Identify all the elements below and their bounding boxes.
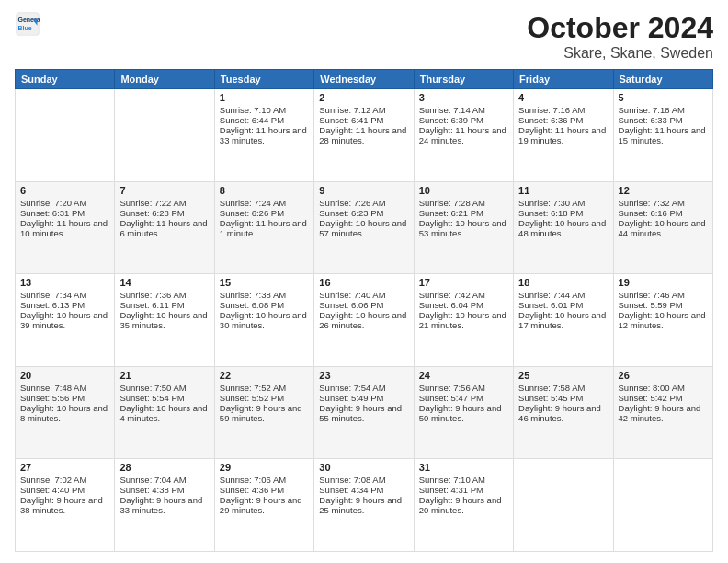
cell-1-1: 7 Sunrise: 7:22 AM Sunset: 6:28 PM Dayli… [115,181,214,274]
sunset-text: Sunset: 5:59 PM [619,300,683,310]
cell-3-1: 21 Sunrise: 7:50 AM Sunset: 5:54 PM Dayl… [115,366,214,459]
cell-0-5: 4 Sunrise: 7:16 AM Sunset: 6:36 PM Dayli… [514,89,613,182]
daylight-text: Daylight: 9 hours and 46 minutes. [518,403,601,423]
cell-2-4: 17 Sunrise: 7:42 AM Sunset: 6:04 PM Dayl… [414,274,513,367]
cell-2-3: 16 Sunrise: 7:40 AM Sunset: 6:06 PM Dayl… [314,274,414,367]
sunset-text: Sunset: 4:38 PM [119,485,184,495]
sunrise-text: Sunrise: 7:42 AM [419,290,485,300]
cell-4-6 [613,459,712,552]
sunrise-text: Sunrise: 7:06 AM [220,475,286,485]
main-title: October 2024 [527,11,713,45]
sunrise-text: Sunrise: 7:48 AM [20,383,86,393]
cell-4-2: 29 Sunrise: 7:06 AM Sunset: 4:36 PM Dayl… [214,459,313,552]
day-number: 21 [119,370,209,381]
day-number: 2 [319,92,408,103]
day-number: 16 [319,277,408,288]
page: General Blue October 2024 Skare, Skane, … [0,0,728,563]
sunrise-text: Sunrise: 7:58 AM [518,383,585,393]
daylight-text: Daylight: 9 hours and 25 minutes. [319,495,402,515]
sunset-text: Sunset: 5:49 PM [319,393,383,403]
day-number: 30 [319,462,408,473]
sunrise-text: Sunrise: 7:22 AM [119,198,186,208]
sunrise-text: Sunrise: 7:38 AM [220,290,286,300]
day-number: 20 [20,370,109,381]
day-number: 25 [518,370,608,381]
sunrise-text: Sunrise: 7:30 AM [518,198,585,208]
day-number: 24 [419,370,508,381]
header-monday: Monday [115,70,214,89]
sunset-text: Sunset: 6:39 PM [419,115,483,125]
daylight-text: Daylight: 10 hours and 39 minutes. [20,310,108,330]
day-number: 23 [319,370,408,381]
cell-4-1: 28 Sunrise: 7:04 AM Sunset: 4:38 PM Dayl… [115,459,214,552]
sunset-text: Sunset: 6:18 PM [518,208,583,218]
sunset-text: Sunset: 6:08 PM [220,300,284,310]
sunset-text: Sunset: 6:11 PM [119,300,184,310]
day-number: 31 [419,462,508,473]
sunrise-text: Sunrise: 7:28 AM [419,198,485,208]
day-number: 26 [619,370,708,381]
daylight-text: Daylight: 10 hours and 53 minutes. [419,218,506,238]
daylight-text: Daylight: 11 hours and 33 minutes. [220,125,307,145]
cell-0-0 [16,89,115,182]
sunrise-text: Sunrise: 7:08 AM [319,475,385,485]
daylight-text: Daylight: 10 hours and 35 minutes. [119,310,207,330]
day-number: 10 [419,185,508,196]
daylight-text: Daylight: 9 hours and 55 minutes. [319,403,402,423]
sunrise-text: Sunrise: 7:32 AM [619,198,685,208]
sunset-text: Sunset: 6:26 PM [220,208,284,218]
cell-1-0: 6 Sunrise: 7:20 AM Sunset: 6:31 PM Dayli… [16,181,115,274]
sunset-text: Sunset: 5:47 PM [419,393,483,403]
cell-4-4: 31 Sunrise: 7:10 AM Sunset: 4:31 PM Dayl… [414,459,513,552]
sunset-text: Sunset: 6:01 PM [518,300,583,310]
sunset-text: Sunset: 6:28 PM [119,208,184,218]
sunset-text: Sunset: 6:23 PM [319,208,383,218]
cell-0-4: 3 Sunrise: 7:14 AM Sunset: 6:39 PM Dayli… [414,89,513,182]
daylight-text: Daylight: 11 hours and 28 minutes. [319,125,406,145]
daylight-text: Daylight: 9 hours and 20 minutes. [419,495,502,515]
daylight-text: Daylight: 10 hours and 30 minutes. [220,310,307,330]
sunrise-text: Sunrise: 7:02 AM [20,475,86,485]
daylight-text: Daylight: 11 hours and 1 minute. [220,218,307,238]
daylight-text: Daylight: 11 hours and 15 minutes. [619,125,706,145]
sunrise-text: Sunrise: 7:16 AM [518,105,585,115]
header-wednesday: Wednesday [314,70,414,89]
logo: General Blue [15,11,40,37]
header-thursday: Thursday [414,70,513,89]
sunset-text: Sunset: 6:13 PM [20,300,85,310]
daylight-text: Daylight: 10 hours and 48 minutes. [518,218,606,238]
sunset-text: Sunset: 5:42 PM [619,393,683,403]
day-number: 18 [518,277,608,288]
sunset-text: Sunset: 5:45 PM [518,393,583,403]
sunset-text: Sunset: 5:54 PM [119,393,184,403]
cell-4-0: 27 Sunrise: 7:02 AM Sunset: 4:40 PM Dayl… [16,459,115,552]
sunrise-text: Sunrise: 7:20 AM [20,198,86,208]
daylight-text: Daylight: 9 hours and 59 minutes. [220,403,302,423]
day-number: 5 [619,92,708,103]
cell-1-5: 11 Sunrise: 7:30 AM Sunset: 6:18 PM Dayl… [514,181,613,274]
sunset-text: Sunset: 6:06 PM [319,300,383,310]
cell-0-6: 5 Sunrise: 7:18 AM Sunset: 6:33 PM Dayli… [613,89,712,182]
daylight-text: Daylight: 10 hours and 26 minutes. [319,310,406,330]
day-number: 11 [518,185,608,196]
sunset-text: Sunset: 6:21 PM [419,208,483,218]
daylight-text: Daylight: 11 hours and 10 minutes. [20,218,108,238]
sunrise-text: Sunrise: 7:04 AM [119,475,186,485]
daylight-text: Daylight: 9 hours and 42 minutes. [619,403,701,423]
cell-1-4: 10 Sunrise: 7:28 AM Sunset: 6:21 PM Dayl… [414,181,513,274]
day-number: 8 [220,185,309,196]
sunset-text: Sunset: 6:44 PM [220,115,284,125]
sunrise-text: Sunrise: 7:10 AM [220,105,286,115]
day-number: 29 [220,462,309,473]
daylight-text: Daylight: 10 hours and 8 minutes. [20,403,108,423]
svg-text:Blue: Blue [18,25,32,31]
cell-3-0: 20 Sunrise: 7:48 AM Sunset: 5:56 PM Dayl… [16,366,115,459]
calendar-header-row: Sunday Monday Tuesday Wednesday Thursday… [16,70,713,89]
cell-2-5: 18 Sunrise: 7:44 AM Sunset: 6:01 PM Dayl… [514,274,613,367]
daylight-text: Daylight: 10 hours and 57 minutes. [319,218,406,238]
sunrise-text: Sunrise: 7:56 AM [419,383,485,393]
sunset-text: Sunset: 6:41 PM [319,115,383,125]
sunset-text: Sunset: 5:56 PM [20,393,85,403]
week-row-4: 27 Sunrise: 7:02 AM Sunset: 4:40 PM Dayl… [16,459,713,552]
sunrise-text: Sunrise: 7:54 AM [319,383,385,393]
